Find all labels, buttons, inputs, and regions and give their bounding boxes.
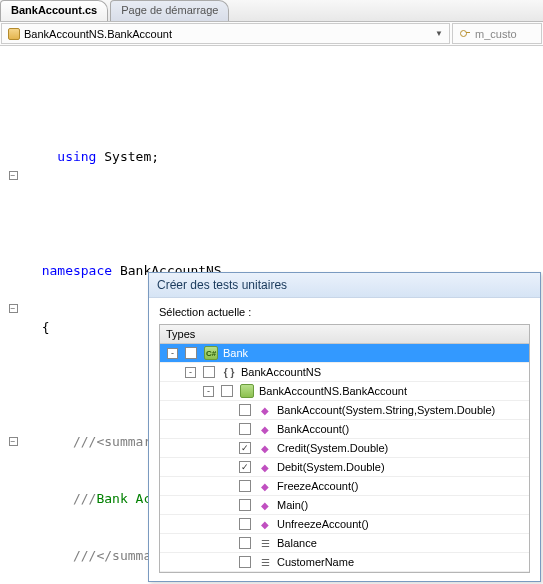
selection-label: Sélection actuelle :: [159, 306, 530, 318]
expand-toggle: [221, 481, 232, 492]
tree-row-label: FreezeAccount(): [275, 480, 358, 492]
method-icon: ◆: [258, 460, 272, 474]
tree-row-label: BankAccount(): [275, 423, 349, 435]
csharp-icon: C#: [204, 346, 218, 360]
dialog-title: Créer des tests unitaires: [149, 273, 540, 298]
tree-row[interactable]: ☰CustomerName: [160, 553, 529, 572]
types-tree: Types -C#Bank-{ }BankAccountNS-BankAccou…: [159, 324, 530, 573]
property-icon: ☰: [258, 555, 272, 569]
method-icon: ◆: [258, 441, 272, 455]
tree-row-label: BankAccount(System.String,System.Double): [275, 404, 495, 416]
checkbox[interactable]: [239, 480, 251, 492]
checkbox[interactable]: [239, 537, 251, 549]
method-icon: ◆: [258, 479, 272, 493]
tree-row-label: Debit(System.Double): [275, 461, 385, 473]
expand-toggle: [221, 519, 232, 530]
fold-toggle[interactable]: −: [9, 171, 18, 180]
tree-row[interactable]: ◆BankAccount(System.String,System.Double…: [160, 401, 529, 420]
checkbox[interactable]: [239, 423, 251, 435]
tree-row-label: BankAccountNS.BankAccount: [257, 385, 407, 397]
class-icon: [240, 384, 254, 398]
expand-toggle: [221, 557, 232, 568]
expand-toggle: [221, 443, 232, 454]
expand-toggle[interactable]: -: [167, 348, 178, 359]
tree-row[interactable]: -BankAccountNS.BankAccount: [160, 382, 529, 401]
tree-row[interactable]: ◆Main(): [160, 496, 529, 515]
outline-gutter: − − − − − −: [6, 52, 20, 584]
tree-row-label: UnfreezeAccount(): [275, 518, 369, 530]
expand-toggle: [221, 405, 232, 416]
checkbox[interactable]: [239, 556, 251, 568]
tree-row[interactable]: ◆UnfreezeAccount(): [160, 515, 529, 534]
method-icon: ◆: [258, 422, 272, 436]
class-icon: [8, 28, 20, 40]
tree-row[interactable]: ☰Balance: [160, 534, 529, 553]
expand-toggle[interactable]: -: [185, 367, 196, 378]
checkbox[interactable]: [185, 347, 197, 359]
fold-toggle[interactable]: −: [9, 437, 18, 446]
checkbox[interactable]: ✓: [239, 442, 251, 454]
tree-row-label: CustomerName: [275, 556, 354, 568]
expand-toggle: [221, 424, 232, 435]
tree-row[interactable]: -{ }BankAccountNS: [160, 363, 529, 382]
checkbox[interactable]: [239, 499, 251, 511]
checkbox[interactable]: [239, 518, 251, 530]
tree-row[interactable]: ✓◆Debit(System.Double): [160, 458, 529, 477]
tree-row-label: Balance: [275, 537, 317, 549]
member-label: m_custo: [475, 28, 517, 40]
method-icon: ◆: [258, 403, 272, 417]
field-icon: [459, 28, 471, 40]
create-unit-tests-dialog: Créer des tests unitaires Sélection actu…: [148, 272, 541, 582]
property-icon: ☰: [258, 536, 272, 550]
tree-row[interactable]: ◆FreezeAccount(): [160, 477, 529, 496]
expand-toggle[interactable]: -: [203, 386, 214, 397]
tree-row-label: Main(): [275, 499, 308, 511]
scope-label: BankAccountNS.BankAccount: [24, 28, 172, 40]
checkbox[interactable]: [239, 404, 251, 416]
checkbox[interactable]: [221, 385, 233, 397]
nav-bar: BankAccountNS.BankAccount ▼ m_custo: [0, 22, 543, 46]
tab-bar: BankAccount.cs Page de démarrage: [0, 0, 543, 22]
scope-dropdown[interactable]: BankAccountNS.BankAccount ▼: [1, 23, 450, 44]
types-header: Types: [160, 325, 529, 344]
tree-row[interactable]: -C#Bank: [160, 344, 529, 363]
fold-toggle[interactable]: −: [9, 304, 18, 313]
tab-start-page[interactable]: Page de démarrage: [110, 0, 229, 21]
tree-row[interactable]: ✓◆Credit(System.Double): [160, 439, 529, 458]
chevron-down-icon: ▼: [435, 29, 443, 38]
method-icon: ◆: [258, 517, 272, 531]
member-dropdown[interactable]: m_custo: [452, 23, 542, 44]
tree-row-label: Credit(System.Double): [275, 442, 388, 454]
tree-row[interactable]: ◆BankAccount(): [160, 420, 529, 439]
expand-toggle: [221, 500, 232, 511]
expand-toggle: [221, 462, 232, 473]
expand-toggle: [221, 538, 232, 549]
tab-bankaccount[interactable]: BankAccount.cs: [0, 0, 108, 21]
tree-row-label: Bank: [221, 347, 248, 359]
tree-row-label: BankAccountNS: [239, 366, 321, 378]
checkbox[interactable]: ✓: [239, 461, 251, 473]
namespace-icon: { }: [222, 365, 236, 379]
method-icon: ◆: [258, 498, 272, 512]
checkbox[interactable]: [203, 366, 215, 378]
